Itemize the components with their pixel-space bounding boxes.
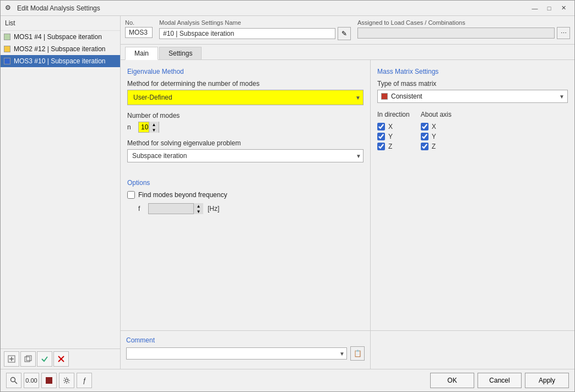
about-y-row: Y — [421, 133, 452, 140]
n-label: n — [127, 123, 135, 131]
n-increment-button[interactable]: ▲ — [149, 122, 159, 127]
solve-label: Method for solving eigenvalue problem — [127, 139, 364, 147]
name-edit-button[interactable]: ✎ — [338, 27, 351, 40]
n-decrement-button[interactable]: ▼ — [149, 127, 159, 133]
options-title: Options — [127, 179, 364, 187]
in-direction-col: In direction X Y — [377, 111, 410, 150]
in-direction-title: In direction — [377, 111, 410, 118]
about-axis-title: About axis — [421, 111, 452, 118]
no-label: No. — [125, 19, 153, 26]
mos1-label: MOS1 #4 | Subspace iteration — [14, 33, 102, 41]
f-label: f — [138, 205, 144, 213]
options-container: Options Find modes beyond frequency f — [127, 179, 364, 214]
name-section: Modal Analysis Settings Name ✎ — [159, 19, 351, 41]
bottom-bar: 0.00 ƒ OK Cancel Apply — [1, 369, 574, 391]
add-button[interactable] — [4, 351, 19, 367]
mass-section: Type of mass matrix Consistent ▼ — [377, 80, 568, 150]
about-y-checkbox[interactable] — [421, 133, 428, 140]
delete-button[interactable] — [53, 351, 69, 367]
decimal-tool-button[interactable]: 0.00 — [24, 373, 39, 388]
close-button[interactable]: ✕ — [557, 3, 570, 14]
left-panel-toolbar — [1, 349, 120, 369]
name-field: ✎ — [159, 27, 351, 40]
assigned-field: ⋯ — [357, 27, 570, 39]
color-tool-button[interactable] — [41, 373, 57, 388]
n-input-wrapper: ▲ ▼ — [138, 122, 159, 133]
function-tool-button[interactable]: ƒ — [77, 373, 92, 388]
in-z-checkbox[interactable] — [377, 143, 385, 150]
window-icon: ⚙ — [5, 4, 14, 13]
name-input[interactable] — [159, 28, 335, 39]
mass-section-title: Mass Matrix Settings — [377, 68, 568, 75]
about-x-checkbox[interactable] — [421, 123, 428, 130]
solve-dropdown-wrapper: Subspace iteration Lanczos ICG ▼ — [127, 149, 364, 162]
num-modes-group: Number of modes n ▲ ▼ — [127, 112, 364, 133]
list-items: MOS1 #4 | Subspace iteration MOS2 #12 | … — [1, 31, 120, 349]
right-area: No. Modal Analysis Settings Name ✎ Assig… — [121, 16, 574, 369]
tab-main[interactable]: Main — [125, 47, 158, 60]
freq-unit: [Hz] — [208, 205, 219, 213]
bottom-tools: 0.00 ƒ — [6, 373, 430, 388]
method-dropdown[interactable]: User-Defined Automatic — [129, 91, 362, 104]
comment-input[interactable] — [126, 347, 347, 360]
function-label: ƒ — [83, 377, 86, 384]
window-title: Edit Modal Analysis Settings — [17, 4, 528, 12]
window-controls: — □ ✕ — [528, 3, 570, 14]
maximize-button[interactable]: □ — [543, 3, 556, 14]
find-modes-checkbox[interactable] — [127, 191, 135, 199]
left-content: Eigenvalue Method Method for determining… — [121, 60, 371, 330]
solve-dropdown[interactable]: Subspace iteration Lanczos ICG — [127, 149, 364, 162]
type-label: Type of mass matrix — [377, 80, 568, 88]
assigned-input[interactable] — [357, 28, 555, 39]
list-item-mos1[interactable]: MOS1 #4 | Subspace iteration — [1, 31, 120, 43]
comment-dropdown-arrow: ▼ — [339, 351, 345, 357]
ok-button[interactable]: OK — [430, 373, 474, 388]
tab-bar: Main Settings — [121, 45, 574, 60]
minimize-button[interactable]: — — [528, 3, 541, 14]
color-square — [46, 377, 52, 384]
in-y-row: Y — [377, 133, 410, 140]
freq-decrement-button[interactable]: ▼ — [193, 209, 203, 214]
bottom-right-empty — [371, 331, 574, 369]
mass-type-select[interactable]: Consistent — [377, 90, 568, 103]
in-x-checkbox[interactable] — [377, 123, 385, 130]
comment-edit-button[interactable]: 📋 — [350, 346, 365, 361]
list-item-mos3[interactable]: MOS3 #10 | Subspace iteration — [1, 55, 120, 67]
apply-button[interactable]: Apply — [525, 373, 569, 388]
main-panels: Eigenvalue Method Method for determining… — [121, 60, 574, 330]
decimal-label: 0.00 — [25, 377, 37, 384]
assigned-section: Assigned to Load Cases / Combinations ⋯ — [357, 19, 570, 41]
method-label: Method for determining the number of mod… — [127, 80, 364, 88]
about-z-checkbox[interactable] — [421, 143, 428, 150]
duplicate-button[interactable] — [20, 351, 36, 367]
find-modes-label: Find modes beyond frequency — [138, 191, 227, 199]
freq-field: f ▲ ▼ [Hz] — [127, 203, 364, 214]
cancel-button[interactable]: Cancel — [478, 373, 522, 388]
freq-input-wrapper: ▲ ▼ — [148, 203, 203, 214]
main-window: ⚙ Edit Modal Analysis Settings — □ ✕ Lis… — [0, 0, 575, 392]
main-content: List MOS1 #4 | Subspace iteration MOS2 #… — [1, 16, 574, 369]
assigned-edit-button[interactable]: ⋯ — [557, 27, 570, 39]
no-input[interactable] — [125, 27, 153, 38]
in-z-row: Z — [377, 143, 410, 150]
svg-line-8 — [15, 382, 18, 384]
in-x-row: X — [377, 123, 410, 130]
eigenvalue-section-title: Eigenvalue Method — [127, 68, 364, 75]
in-y-checkbox[interactable] — [377, 133, 385, 140]
n-spin-buttons: ▲ ▼ — [149, 122, 159, 133]
about-axis-col: About axis X Y — [421, 111, 452, 150]
tab-settings[interactable]: Settings — [159, 47, 202, 59]
freq-increment-button[interactable]: ▲ — [193, 203, 203, 209]
bottom-sections: Comment ▼ 📋 — [121, 330, 574, 369]
in-y-label: Y — [388, 133, 393, 140]
accept-button[interactable] — [37, 351, 52, 367]
mos1-color — [4, 34, 10, 40]
mass-type-dropdown-wrapper: Consistent ▼ — [377, 90, 568, 103]
comment-title: Comment — [126, 336, 365, 344]
comment-input-wrapper: ▼ — [126, 347, 347, 360]
list-item-mos2[interactable]: MOS2 #12 | Subspace iteration — [1, 43, 120, 55]
left-panel: List MOS1 #4 | Subspace iteration MOS2 #… — [1, 16, 121, 369]
search-tool-button[interactable] — [6, 373, 21, 388]
settings-tool-button[interactable] — [59, 373, 74, 388]
list-header: List — [1, 16, 120, 31]
